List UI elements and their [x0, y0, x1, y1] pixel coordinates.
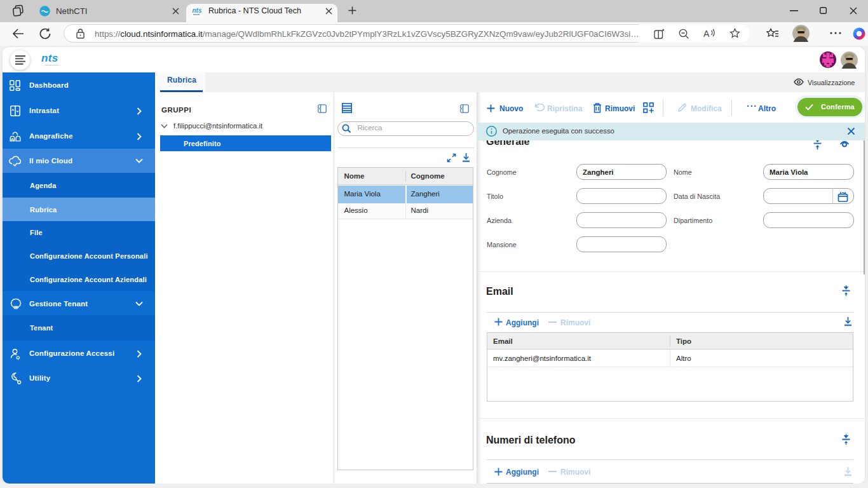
svg-text:A: A — [703, 29, 710, 39]
